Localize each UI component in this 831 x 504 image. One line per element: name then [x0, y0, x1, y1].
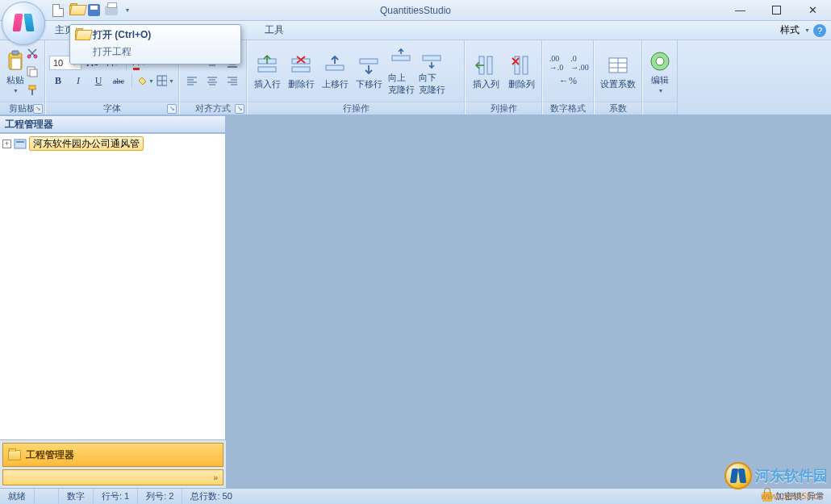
group-label: 字体↘	[46, 102, 178, 115]
insert-row-button[interactable]: 插入行	[251, 44, 283, 100]
svg-rect-43	[487, 56, 492, 74]
dialog-launcher-icon[interactable]: ↘	[235, 104, 244, 114]
label: 设置系数	[600, 78, 636, 90]
qat-save-button[interactable]	[86, 2, 102, 19]
folder-icon	[8, 450, 21, 460]
bucket-icon	[136, 75, 147, 86]
align-left-button[interactable]	[183, 73, 201, 89]
qat-customize-dropdown[interactable]: ▼	[121, 7, 132, 13]
project-tree[interactable]: + 河东软件园办公司通风管	[0, 133, 226, 440]
percent-button[interactable]: ←%	[557, 73, 578, 89]
label: 插入列	[473, 78, 499, 90]
up-icon	[390, 48, 412, 70]
maximize-icon	[772, 6, 781, 15]
label: 上移行	[322, 78, 349, 90]
window-title: QuantitiesStudio	[380, 5, 451, 16]
nav-pane-button[interactable]: 工程管理器	[2, 443, 223, 467]
qat-print-button[interactable]	[103, 2, 119, 19]
qat-open-button[interactable]	[68, 2, 84, 19]
tab-tools[interactable]: 工具	[257, 21, 292, 40]
bold-button[interactable]: B	[49, 73, 67, 89]
edit-button[interactable]: 编辑▼	[646, 44, 674, 100]
border-icon	[157, 75, 167, 86]
chevron-down-icon: ▼	[804, 27, 810, 33]
minimize-button[interactable]: —	[722, 1, 758, 20]
insert-row-icon	[256, 54, 278, 77]
format-painter-button[interactable]	[23, 82, 41, 98]
increase-decimal-button[interactable]: .00→.0	[546, 55, 567, 71]
align-center-button[interactable]	[203, 73, 221, 89]
lock-icon	[762, 492, 772, 502]
label: 下移行	[356, 78, 382, 90]
up-button[interactable]: 向上克隆行	[386, 44, 416, 100]
tooltip-subtitle: 打开工程	[93, 45, 236, 59]
svg-rect-45	[523, 56, 528, 74]
chevron-down-icon: ▼	[13, 88, 19, 94]
border-button[interactable]: ▼	[157, 73, 174, 89]
help-button[interactable]: ?	[813, 24, 826, 37]
down-button[interactable]: 向下克隆行	[417, 44, 446, 100]
ribbon-group-clipboard: 粘贴 ▼ 剪贴板↘	[0, 40, 45, 115]
set-coefficient-button[interactable]: 设置系数	[598, 44, 638, 100]
status-num: 数字	[59, 489, 94, 504]
nav-collapse-button[interactable]: »	[2, 469, 223, 485]
tree-item[interactable]: + 河东软件园办公司通风管	[2, 136, 223, 151]
app-logo-icon	[14, 14, 33, 33]
group-label	[643, 102, 677, 115]
dialog-launcher-icon[interactable]: ↘	[33, 104, 43, 114]
move-up-row-button[interactable]: 上移行	[319, 44, 351, 100]
edit-icon	[649, 50, 671, 73]
svg-rect-3	[11, 58, 21, 69]
strike-button[interactable]: abc	[110, 73, 127, 89]
align-right-icon	[227, 75, 238, 86]
sidebar-title: 工程管理器	[0, 115, 226, 133]
delete-col-button[interactable]: 删除列	[504, 44, 538, 100]
fill-color-button[interactable]: ▼	[136, 73, 154, 89]
status-col: 列号: 2	[138, 489, 182, 504]
svg-rect-9	[31, 90, 33, 95]
underline-button[interactable]: U	[90, 73, 107, 89]
svg-point-51	[656, 57, 664, 65]
decrease-decimal-button[interactable]: .0→.00	[570, 55, 591, 71]
open-tooltip: 打开 (Ctrl+O) 打开工程	[69, 24, 241, 65]
brush-icon	[27, 85, 38, 96]
chevron-right-icon: »	[213, 473, 218, 482]
expand-toggle[interactable]: +	[2, 140, 11, 148]
group-label: 对齐方式↘	[180, 102, 246, 115]
cut-button[interactable]	[23, 45, 41, 61]
style-dropdown[interactable]: 样式	[780, 23, 800, 37]
svg-rect-2	[12, 51, 19, 55]
moveup-icon	[324, 54, 346, 77]
chevron-down-icon: ▼	[125, 7, 131, 13]
paste-label: 粘贴	[6, 74, 24, 86]
app-orb-button[interactable]	[2, 2, 45, 45]
move-down-row-button[interactable]: 下移行	[353, 44, 385, 100]
svg-rect-7	[30, 69, 37, 77]
title-bar: ▼ QuantitiesStudio — ✕	[0, 0, 831, 21]
group-label: 列操作	[466, 102, 541, 115]
project-sidebar: 工程管理器 + 河东软件园办公司通风管 工程管理器 »	[0, 115, 227, 488]
tooltip-title-text: 打开 (Ctrl+O)	[93, 28, 151, 42]
nav-pane-label: 工程管理器	[26, 448, 74, 462]
delete-row-button[interactable]: 删除行	[285, 44, 317, 100]
group-label: 剪贴板↘	[0, 102, 44, 115]
align-right-button[interactable]	[223, 73, 241, 89]
save-icon	[88, 4, 100, 16]
ribbon-group-coefficient: 设置系数 系数	[594, 40, 642, 115]
folder-open-icon	[69, 5, 82, 15]
ribbon-group-col-ops: 插入列 删除列 列操作	[465, 40, 542, 115]
group-label: 数字格式	[543, 102, 593, 115]
dialog-launcher-icon[interactable]: ↘	[167, 104, 177, 114]
folder-open-icon	[75, 30, 88, 40]
italic-button[interactable]: I	[69, 73, 87, 89]
qat-new-button[interactable]	[50, 2, 66, 19]
ribbon-group-edit: 编辑▼	[642, 40, 678, 115]
svg-rect-35	[258, 67, 276, 72]
close-button[interactable]: ✕	[795, 1, 831, 20]
insert-col-button[interactable]: 插入列	[469, 44, 503, 100]
copy-button[interactable]	[23, 64, 41, 80]
svg-rect-41	[423, 56, 441, 60]
svg-rect-37	[292, 67, 310, 72]
maximize-button[interactable]	[758, 1, 795, 20]
align-center-icon	[207, 75, 218, 86]
